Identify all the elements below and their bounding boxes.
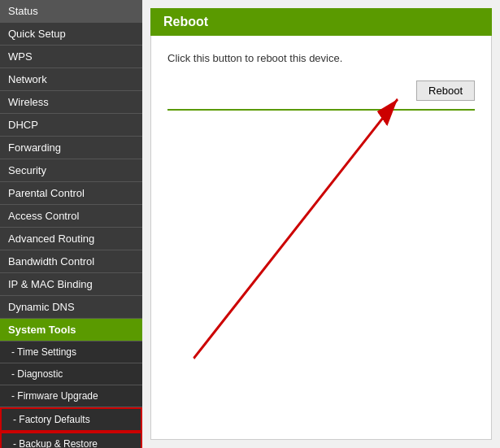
sidebar-item-network[interactable]: Network — [0, 68, 142, 91]
sidebar-item-factory-defaults[interactable]: - Factory Defaults — [0, 407, 142, 432]
sidebar-item-security[interactable]: Security — [0, 159, 142, 182]
reboot-button[interactable]: Reboot — [416, 80, 475, 101]
page-title: Reboot — [150, 8, 492, 36]
sidebar-item-ip-mac-binding[interactable]: IP & MAC Binding — [0, 273, 142, 296]
sidebar-item-quick-setup[interactable]: Quick Setup — [0, 23, 142, 46]
sidebar-item-wps[interactable]: WPS — [0, 46, 142, 68]
svg-line-1 — [193, 99, 398, 359]
sidebar-item-forwarding[interactable]: Forwarding — [0, 137, 142, 159]
sidebar: StatusQuick SetupWPSNetworkWirelessDHCPF… — [0, 0, 142, 448]
sidebar-item-firmware-upgrade[interactable]: - Firmware Upgrade — [0, 385, 142, 407]
reboot-btn-container: Reboot — [167, 80, 475, 101]
divider — [167, 109, 475, 111]
reboot-description: Click this button to reboot this device. — [167, 52, 475, 64]
sidebar-item-time-settings[interactable]: - Time Settings — [0, 341, 142, 363]
content-area: Click this button to reboot this device.… — [150, 36, 492, 440]
main-content: Reboot Click this button to reboot this … — [142, 0, 500, 448]
sidebar-item-parental-control[interactable]: Parental Control — [0, 182, 142, 205]
sidebar-item-diagnostic[interactable]: - Diagnostic — [0, 363, 142, 385]
sidebar-item-system-tools[interactable]: System Tools — [0, 319, 142, 341]
sidebar-item-access-control[interactable]: Access Control — [0, 205, 142, 228]
sidebar-item-backup-restore[interactable]: - Backup & Restore — [0, 432, 142, 448]
sidebar-item-wireless[interactable]: Wireless — [0, 91, 142, 114]
sidebar-item-advanced-routing[interactable]: Advanced Routing — [0, 228, 142, 250]
sidebar-item-bandwidth-control[interactable]: Bandwidth Control — [0, 250, 142, 273]
sidebar-item-dhcp[interactable]: DHCP — [0, 114, 142, 137]
sidebar-item-status[interactable]: Status — [0, 0, 142, 23]
sidebar-item-dynamic-dns[interactable]: Dynamic DNS — [0, 296, 142, 319]
